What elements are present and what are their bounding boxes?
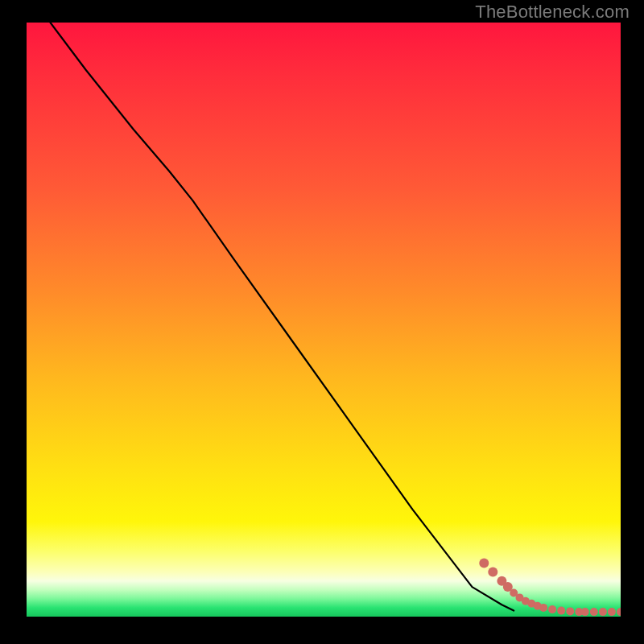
background-gradient [27, 23, 621, 617]
plot-area [27, 23, 621, 617]
chart-container: TheBottleneck.com [0, 0, 644, 644]
watermark-text: TheBottleneck.com [475, 2, 630, 23]
